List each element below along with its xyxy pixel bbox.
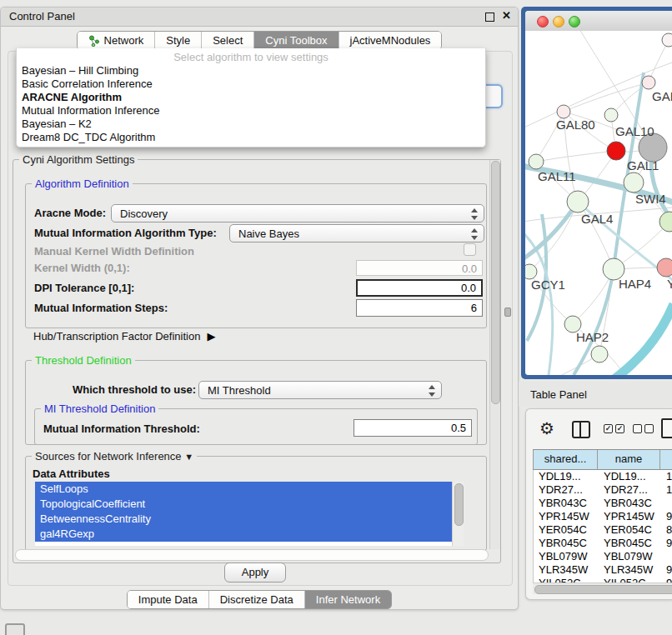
table-row[interactable]: YBR045C YBR045C 9.: [534, 537, 672, 550]
list-item-topologicalcoefficient[interactable]: TopologicalCoefficient: [35, 497, 454, 512]
settings-vertical-scrollbar-thumb[interactable]: [491, 161, 500, 404]
cell-value[interactable]: 9.: [661, 537, 672, 550]
cell-shared-name[interactable]: YBR043C: [534, 497, 599, 510]
cell-value[interactable]: 9.: [661, 563, 672, 577]
zoom-traffic-light-icon[interactable]: [569, 16, 580, 28]
expand-right-icon[interactable]: ▶: [207, 330, 215, 342]
minimize-traffic-light-icon[interactable]: [553, 16, 564, 28]
node-gal10[interactable]: [604, 108, 618, 122]
mi-steps-field[interactable]: 6: [356, 299, 483, 317]
column-header-partial[interactable]: A: [660, 450, 672, 469]
tab-select[interactable]: Select: [202, 32, 254, 49]
float-window-icon[interactable]: [485, 12, 494, 22]
tab-discretize-data[interactable]: Discretize Data: [209, 591, 305, 608]
table-horizontal-scrollbar[interactable]: [533, 582, 672, 594]
node-swi4[interactable]: [624, 172, 644, 192]
close-window-icon[interactable]: ✕: [502, 9, 511, 22]
cell-value[interactable]: 8.: [661, 523, 672, 537]
dpi-tolerance-field[interactable]: 0.0: [356, 279, 483, 297]
table-row[interactable]: YDR27... YDR27... 12: [534, 483, 672, 497]
table-row[interactable]: YER054C YER054C 8.: [534, 523, 672, 537]
mi-type-combobox[interactable]: Naive Bayes: [229, 224, 484, 242]
cell-name[interactable]: YPR145W: [599, 510, 661, 523]
list-item-gal4rgexp[interactable]: gal4RGexp: [35, 527, 454, 542]
kernel-width-field[interactable]: 0.0: [356, 260, 483, 276]
node-gal80[interactable]: [557, 105, 570, 118]
table-row[interactable]: YBL079W YBL079W: [534, 550, 672, 563]
network-window-titlebar[interactable]: [525, 11, 672, 32]
which-threshold-combobox[interactable]: MI Threshold: [198, 381, 442, 399]
cell-name[interactable]: YBR045C: [599, 537, 661, 550]
tab-jactivemnodules[interactable]: jActiveMNodules: [339, 32, 442, 49]
node-gal11[interactable]: [529, 154, 544, 169]
list-item-selfloops[interactable]: SelfLoops: [35, 482, 454, 497]
dropdown-item-mutual-information[interactable]: Mutual Information Inference: [17, 104, 485, 118]
cell-shared-name[interactable]: YDR27...: [534, 483, 599, 497]
node-gal1-red[interactable]: [607, 142, 625, 160]
tab-impute-data[interactable]: Impute Data: [128, 591, 209, 608]
tab-cyni-toolbox[interactable]: Cyni Toolbox: [254, 32, 339, 49]
apply-button[interactable]: Apply: [224, 562, 286, 582]
dropdown-item-bayesian-k2[interactable]: Bayesian – K2: [17, 118, 485, 131]
node-partial-bottom[interactable]: [591, 346, 608, 362]
cell-name[interactable]: YLR345W: [599, 563, 661, 577]
node-salmon[interactable]: [657, 258, 672, 277]
cell-value[interactable]: [661, 550, 672, 563]
attributes-list-scrollbar-thumb[interactable]: [454, 483, 464, 526]
hub-transcription-section[interactable]: Hub/Transcription Factor Definition▶: [33, 330, 215, 342]
table-row[interactable]: YPR145W YPR145W 9.: [534, 510, 672, 523]
cell-name[interactable]: YER054C: [599, 523, 661, 537]
tab-style[interactable]: Style: [155, 32, 202, 49]
list-item-betweennesscentrality[interactable]: BetweennessCentrality: [35, 512, 454, 527]
network-canvas[interactable]: GAL GAL80 GAL10 GAL1 GAL11 SWI4 GAL4 GCY…: [525, 31, 672, 375]
cell-shared-name[interactable]: YBL079W: [534, 550, 599, 563]
dropdown-item-aracne[interactable]: ARACNE Algorithm: [17, 91, 485, 104]
cell-shared-name[interactable]: YDL19...: [534, 470, 599, 483]
aracne-mode-combobox[interactable]: Discovery: [111, 204, 484, 222]
columns-icon[interactable]: [572, 421, 590, 438]
attributes-list-scrollbar[interactable]: [452, 482, 464, 546]
cell-shared-name[interactable]: YBR045C: [534, 537, 599, 550]
node-partial-top[interactable]: [662, 33, 672, 47]
node-pink-top[interactable]: [642, 76, 655, 89]
cell-name[interactable]: YDL19...: [599, 470, 661, 483]
deselect-all-checkboxes-icon[interactable]: [633, 424, 654, 433]
cell-shared-name[interactable]: YPR145W: [534, 510, 599, 523]
settings-horizontal-scrollbar[interactable]: [15, 549, 489, 561]
cell-shared-name[interactable]: YER054C: [534, 523, 599, 537]
tab-infer-network[interactable]: Infer Network: [305, 591, 391, 608]
dropdown-item-dream8[interactable]: Dream8 DC_TDC Algorithm: [17, 131, 485, 144]
control-panel-titlebar[interactable]: Control Panel ✕: [1, 8, 518, 27]
node-green-right[interactable]: [659, 212, 672, 232]
mi-threshold-field[interactable]: 0.5: [354, 419, 472, 437]
tab-network[interactable]: Network: [78, 32, 156, 49]
cell-name[interactable]: YBL079W: [599, 550, 661, 563]
table-horizontal-scrollbar-thumb[interactable]: [534, 585, 672, 594]
settings-vertical-scrollbar[interactable]: [489, 160, 500, 549]
gear-icon[interactable]: ⚙: [539, 418, 554, 438]
cell-name[interactable]: YBR043C: [599, 497, 661, 510]
dropdown-item-bayesian-hill-climbing[interactable]: Bayesian – Hill Climbing: [17, 64, 485, 78]
select-all-checkboxes-icon[interactable]: ✓ ✓: [604, 424, 624, 433]
cell-value[interactable]: [661, 497, 672, 510]
dpi-tolerance-label: DPI Tolerance [0,1]:: [34, 282, 134, 294]
cell-value[interactable]: 13: [661, 470, 672, 483]
column-header-shared-name[interactable]: shared...: [533, 450, 598, 469]
collapse-down-icon[interactable]: ▼: [184, 452, 193, 462]
minimized-panel-icon-partial[interactable]: [5, 623, 25, 635]
cell-name[interactable]: YDR27...: [599, 483, 661, 497]
column-header-name[interactable]: name: [598, 450, 660, 469]
cell-shared-name[interactable]: YLR345W: [534, 563, 599, 577]
close-traffic-light-icon[interactable]: [537, 16, 549, 28]
table-row[interactable]: YLR345W YLR345W 9.: [534, 563, 672, 577]
cell-value[interactable]: 12: [661, 483, 672, 497]
node-gal4[interactable]: [567, 191, 589, 212]
dropdown-item-basic-correlation[interactable]: Basic Correlation Inference: [17, 78, 485, 91]
table-row[interactable]: YDL19... YDL19... 13: [534, 470, 672, 483]
network-view-window: GAL GAL80 GAL10 GAL1 GAL11 SWI4 GAL4 GCY…: [521, 7, 672, 379]
manual-kernel-checkbox[interactable]: [464, 243, 476, 256]
table-row[interactable]: YBR043C YBR043C: [534, 497, 672, 510]
panel-splitter-handle[interactable]: [504, 308, 511, 317]
cell-value[interactable]: 9.: [661, 510, 672, 523]
document-icon-partial[interactable]: [661, 418, 672, 438]
